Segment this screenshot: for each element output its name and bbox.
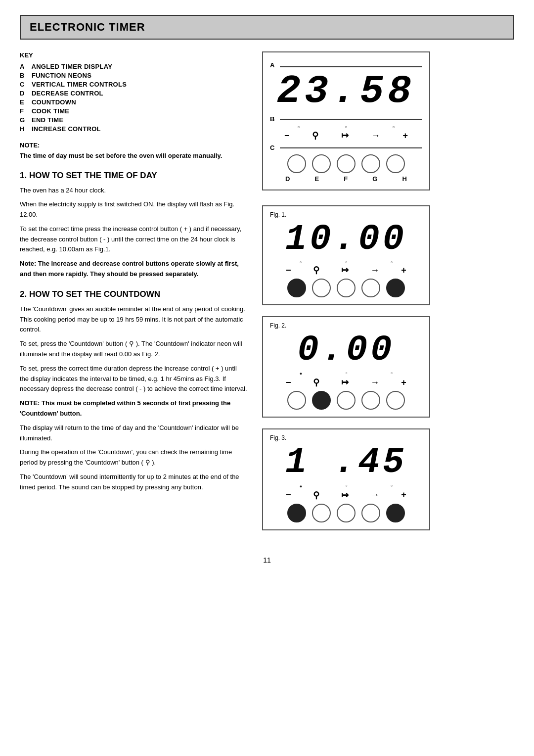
- page-number: 11: [20, 556, 514, 564]
- fig3-minus[interactable]: −: [286, 490, 291, 500]
- section2: 2. HOW TO SET THE COUNTDOWN The 'Countdo…: [20, 289, 247, 493]
- fig1-circle-5[interactable]: [386, 279, 405, 297]
- fig1-diagram: Fig. 1. 10.00 ○ ○ ○ − ⚲ ↦ → +: [262, 205, 430, 305]
- main-diagram: A 23.58 B ○ ○ ○ − ⚲ ↦ → +: [262, 51, 430, 190]
- fig1-label: Fig. 1.: [270, 211, 422, 218]
- fig2-circle-4[interactable]: [361, 391, 380, 410]
- key-item-a: A ANGLED TIMER DISPLAY: [20, 63, 247, 70]
- fig1-circle-3[interactable]: [337, 279, 356, 297]
- note-heading: NOTE:: [20, 142, 247, 149]
- fig1-circle-2[interactable]: [312, 279, 331, 297]
- section2-para7: The 'Countdown' will sound intermittentl…: [20, 472, 247, 493]
- section1-para3: To set the correct time press the increa…: [20, 224, 247, 255]
- fig1-bell[interactable]: ⚲: [313, 265, 319, 276]
- fig2-minus[interactable]: −: [286, 378, 291, 388]
- label-a: A: [270, 61, 280, 69]
- bottom-label-d: D: [285, 175, 290, 183]
- circle-e[interactable]: [312, 154, 331, 173]
- bottom-label-h: H: [402, 175, 407, 183]
- fig1-circle-1[interactable]: [287, 279, 306, 297]
- fig2-bell[interactable]: ⚲: [313, 377, 319, 388]
- key-item-f: F COOK TIME: [20, 107, 247, 115]
- minus-control[interactable]: −: [284, 131, 290, 141]
- cook-arrow[interactable]: ↦: [341, 130, 349, 141]
- fig3-label: Fig. 3.: [270, 434, 422, 441]
- fig1-end[interactable]: →: [370, 265, 379, 276]
- circle-h[interactable]: [386, 154, 405, 173]
- left-column: KEY A ANGLED TIMER DISPLAY B FUNCTION NE…: [20, 51, 247, 541]
- right-column: A 23.58 B ○ ○ ○ − ⚲ ↦ → +: [262, 51, 430, 541]
- key-item-e: E COUNTDOWN: [20, 98, 247, 106]
- key-item-d: D DECREASE CONTROL: [20, 90, 247, 97]
- bell-symbol[interactable]: ⚲: [312, 130, 318, 141]
- note-text: The time of day must be set before the o…: [20, 151, 247, 161]
- fig2-circles: [270, 391, 422, 410]
- key-item-b: B FUNCTION NEONS: [20, 72, 247, 79]
- fig1-plus[interactable]: +: [401, 265, 406, 276]
- section1-para4-bold: Note: The increase and decrease control …: [20, 259, 247, 280]
- page-title: ELECTRONIC TIMER: [20, 15, 514, 40]
- key-item-c: C VERTICAL TIMER CONTROLS: [20, 81, 247, 88]
- fig3-bell[interactable]: ⚲: [313, 490, 319, 501]
- dot-2: ○: [345, 125, 348, 129]
- fig2-circle-2[interactable]: [312, 391, 331, 410]
- key-item-g: G END TIME: [20, 116, 247, 124]
- dot-1: ○: [298, 125, 300, 129]
- section1-heading: 1. HOW TO SET THE TIME OF DAY: [20, 171, 247, 181]
- section2-para6: During the operation of the 'Countdown',…: [20, 447, 247, 468]
- section2-heading: 2. HOW TO SET THE COUNTDOWN: [20, 289, 247, 299]
- section1: 1. HOW TO SET THE TIME OF DAY The oven h…: [20, 171, 247, 280]
- fig1-minus[interactable]: −: [286, 265, 291, 276]
- label-b: B: [270, 115, 280, 123]
- plus-control[interactable]: +: [403, 131, 408, 141]
- fig2-circle-3[interactable]: [337, 391, 356, 410]
- section1-para2: When the electricity supply is first swi…: [20, 199, 247, 220]
- fig3-display: 1 .45: [270, 443, 422, 482]
- bottom-label-f: F: [344, 175, 348, 183]
- circle-d[interactable]: [287, 154, 306, 173]
- label-c: C: [270, 144, 280, 151]
- note-section: NOTE: The time of day must be set before…: [20, 142, 247, 161]
- dot-3: ○: [393, 125, 395, 129]
- end-arrow[interactable]: →: [371, 131, 380, 141]
- key-item-h: H INCREASE CONTROL: [20, 125, 247, 133]
- fig3-circle-5[interactable]: [386, 504, 405, 522]
- key-heading: KEY: [20, 51, 247, 59]
- fig3-cook[interactable]: ↦: [341, 490, 349, 501]
- fig2-label: Fig. 2.: [270, 322, 422, 329]
- key-section: KEY A ANGLED TIMER DISPLAY B FUNCTION NE…: [20, 51, 247, 133]
- circle-g[interactable]: [361, 154, 380, 173]
- fig2-end[interactable]: →: [370, 378, 379, 388]
- fig2-plus[interactable]: +: [401, 378, 406, 388]
- fig2-display: 0.00: [270, 331, 422, 370]
- fig3-circle-3[interactable]: [337, 504, 356, 522]
- fig1-circle-4[interactable]: [361, 279, 380, 297]
- fig2-circle-1[interactable]: [287, 391, 306, 410]
- section1-para1: The oven has a 24 hour clock.: [20, 186, 247, 196]
- fig2-cook[interactable]: ↦: [341, 377, 349, 388]
- fig3-circles: [270, 504, 422, 522]
- fig1-circles: [270, 279, 422, 297]
- fig3-circle-1[interactable]: [287, 504, 306, 522]
- fig2-circle-5[interactable]: [386, 391, 405, 410]
- bottom-label-e: E: [315, 175, 319, 183]
- section2-para5: The display will return to the time of d…: [20, 423, 247, 444]
- key-list: A ANGLED TIMER DISPLAY B FUNCTION NEONS …: [20, 63, 247, 133]
- fig2-diagram: Fig. 2. 0.00 ● ○ ○ − ⚲ ↦ → +: [262, 316, 430, 418]
- fig3-end[interactable]: →: [370, 490, 379, 500]
- fig3-diagram: Fig. 3. 1 .45 ● ○ ○ − ⚲ ↦ → +: [262, 428, 430, 530]
- fig3-circle-2[interactable]: [312, 504, 331, 522]
- bottom-label-g: G: [372, 175, 377, 183]
- fig1-cook[interactable]: ↦: [341, 265, 349, 276]
- circles-row-c: [270, 154, 422, 173]
- main-timer-display: 23.58: [270, 70, 422, 113]
- section2-para3: To set, press the correct time duration …: [20, 364, 247, 394]
- fig3-plus[interactable]: +: [401, 490, 406, 500]
- circle-f[interactable]: [337, 154, 356, 173]
- section2-para4-bold: NOTE: This must be completed within 5 se…: [20, 398, 247, 419]
- section2-para2: To set, press the 'Countdown' button ( ⚲…: [20, 339, 247, 360]
- fig1-display: 10.00: [270, 220, 422, 259]
- fig3-circle-4[interactable]: [361, 504, 380, 522]
- section2-para1: The 'Countdown' gives an audible reminde…: [20, 304, 247, 335]
